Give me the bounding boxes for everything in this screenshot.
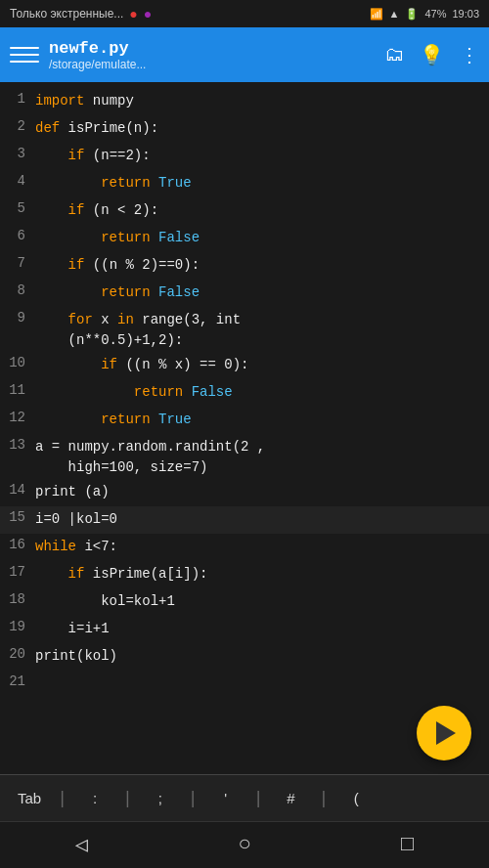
line-number: 18 — [0, 589, 35, 607]
code-line: 13a = numpy.random.randint(2 , high=100,… — [0, 434, 489, 479]
code-line: 18 kol=kol+1 — [0, 588, 489, 616]
line-content: if ((n % 2)==0): — [35, 253, 489, 276]
line-number: 12 — [0, 408, 35, 425]
line-number: 20 — [0, 644, 35, 662]
app-bar-icons: 🗂 💡 ⋮ — [384, 43, 479, 67]
notification-icon: ● — [129, 6, 137, 22]
line-content: if ((n % x) == 0): — [35, 353, 489, 375]
line-number: 9 — [0, 308, 35, 326]
line-number: 3 — [0, 144, 35, 161]
run-button[interactable] — [417, 706, 471, 760]
status-text: Только экстренные... — [10, 7, 123, 21]
signal-icon: 📶 — [370, 8, 383, 21]
nav-bar: ◁ ○ □ — [0, 821, 489, 868]
line-content: a = numpy.random.randint(2 , high=100, s… — [35, 435, 489, 478]
toolbar-divider: | — [118, 789, 137, 808]
code-line: 14print (a) — [0, 479, 489, 506]
line-number: 6 — [0, 226, 35, 243]
line-number: 4 — [0, 171, 35, 189]
line-number: 21 — [0, 672, 35, 689]
line-content: return True — [35, 408, 489, 430]
line-number: 16 — [0, 535, 35, 552]
code-line: 2def isPrime(n): — [0, 115, 489, 143]
line-number: 13 — [0, 435, 35, 453]
line-content: for x in range(3, int (n**0.5)+1,2): — [35, 308, 489, 351]
code-line: 19 i=i+1 — [0, 616, 489, 643]
line-content: import numpy — [35, 89, 489, 111]
notification-icon2: ● — [144, 6, 152, 22]
status-bar: Только экстренные... ● ● 📶 ▲ 🔋 47% 19:03 — [0, 0, 489, 27]
line-content: return False — [35, 380, 489, 403]
toolbar-key-;[interactable]: ; — [137, 784, 184, 812]
code-line: 20print(kol) — [0, 643, 489, 671]
toolbar-key-#[interactable]: # — [267, 784, 314, 812]
time-text: 19:03 — [452, 8, 479, 20]
toolbar-divider: | — [314, 789, 333, 808]
code-line: 8 return False — [0, 280, 489, 307]
line-number: 11 — [0, 380, 35, 398]
line-content: i=i+1 — [35, 617, 489, 639]
line-content: return True — [35, 171, 489, 194]
battery-icon: 🔋 — [405, 8, 419, 21]
code-line: 11 return False — [0, 379, 489, 407]
toolbar-key-'[interactable]: ' — [202, 784, 249, 812]
line-number: 2 — [0, 116, 35, 134]
play-icon — [436, 721, 456, 745]
line-number: 10 — [0, 353, 35, 370]
code-line: 1import numpy — [0, 88, 489, 115]
toolbar-divider: | — [249, 789, 268, 808]
filename-label: newfe.py — [49, 39, 375, 58]
line-number: 5 — [0, 198, 35, 216]
app-bar: newfe.py /storage/emulate... 🗂 💡 ⋮ — [0, 27, 489, 82]
line-number: 15 — [0, 507, 35, 525]
wifi-icon: ▲ — [389, 8, 400, 20]
code-editor[interactable]: 1import numpy2def isPrime(n):3 if (n==2)… — [0, 82, 489, 774]
code-line: 7 if ((n % 2)==0): — [0, 252, 489, 280]
code-line: 3 if (n==2): — [0, 143, 489, 170]
app-title: newfe.py /storage/emulate... — [49, 39, 375, 71]
code-line: 6 return False — [0, 225, 489, 252]
line-content: while i<7: — [35, 535, 489, 557]
status-left: Только экстренные... ● ● — [10, 6, 152, 22]
line-content: kol=kol+1 — [35, 589, 489, 612]
folder-icon[interactable]: 🗂 — [384, 43, 404, 66]
status-right: 📶 ▲ 🔋 47% 19:03 — [370, 8, 479, 21]
line-content: if isPrime(a[i]): — [35, 562, 489, 585]
code-line: 5 if (n < 2): — [0, 197, 489, 225]
toolbar-key-:[interactable]: : — [71, 784, 118, 812]
line-content: i=0 |kol=0 — [35, 507, 489, 530]
line-number: 14 — [0, 480, 35, 498]
line-content: return False — [35, 281, 489, 303]
code-line: 10 if ((n % x) == 0): — [0, 352, 489, 379]
code-line: 15i=0 |kol=0 — [0, 506, 489, 534]
line-content — [35, 672, 489, 673]
toolbar-divider: | — [53, 789, 71, 808]
toolbar-key-tab[interactable]: Tab — [6, 784, 53, 812]
code-line: 16while i<7: — [0, 534, 489, 561]
code-line: 9 for x in range(3, int (n**0.5)+1,2): — [0, 307, 489, 352]
line-content: print(kol) — [35, 644, 489, 667]
menu-button[interactable] — [10, 47, 39, 63]
home-button[interactable]: ○ — [218, 825, 270, 865]
more-icon[interactable]: ⋮ — [460, 43, 479, 67]
toolbar-divider: | — [184, 789, 202, 808]
line-content: def isPrime(n): — [35, 116, 489, 139]
bottom-toolbar: Tab|:|;|'|#|( — [0, 774, 489, 821]
code-line: 21 — [0, 671, 489, 698]
recent-button[interactable]: □ — [381, 825, 433, 865]
line-content: print (a) — [35, 480, 489, 502]
code-line: 17 if isPrime(a[i]): — [0, 561, 489, 588]
toolbar-key-([interactable]: ( — [333, 784, 379, 812]
line-number: 17 — [0, 562, 35, 580]
line-content: if (n < 2): — [35, 198, 489, 221]
line-number: 7 — [0, 253, 35, 271]
back-button[interactable]: ◁ — [56, 824, 108, 866]
line-number: 19 — [0, 617, 35, 634]
line-number: 1 — [0, 89, 35, 107]
line-number: 8 — [0, 281, 35, 298]
bulb-icon[interactable]: 💡 — [420, 43, 444, 67]
line-content: if (n==2): — [35, 144, 489, 166]
filepath-label: /storage/emulate... — [49, 58, 375, 71]
battery-text: 47% — [424, 8, 446, 20]
code-line: 12 return True — [0, 407, 489, 434]
